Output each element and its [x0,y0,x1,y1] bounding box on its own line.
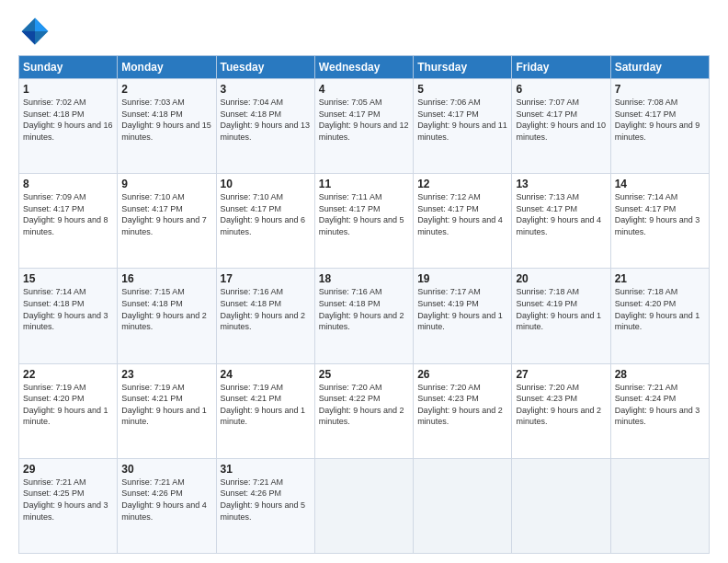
day-cell: 17Sunrise: 7:16 AMSunset: 4:18 PMDayligh… [216,269,314,363]
day-info: Sunrise: 7:13 AMSunset: 4:17 PMDaylight:… [516,192,601,236]
day-cell [512,458,610,553]
day-number: 24 [221,368,311,381]
week-row-5: 29Sunrise: 7:21 AMSunset: 4:25 PMDayligh… [19,458,710,553]
day-number: 26 [417,368,507,381]
col-header-tuesday: Tuesday [216,56,314,79]
day-cell: 16Sunrise: 7:15 AMSunset: 4:18 PMDayligh… [118,269,216,363]
day-cell: 7Sunrise: 7:08 AMSunset: 4:17 PMDaylight… [610,79,709,174]
day-info: Sunrise: 7:21 AMSunset: 4:25 PMDaylight:… [23,477,108,522]
day-cell: 8Sunrise: 7:09 AMSunset: 4:17 PMDaylight… [19,174,118,269]
day-number: 2 [121,83,211,96]
day-info: Sunrise: 7:21 AMSunset: 4:26 PMDaylight:… [121,477,207,522]
day-info: Sunrise: 7:20 AMSunset: 4:23 PMDaylight:… [516,383,601,427]
day-cell: 28Sunrise: 7:21 AMSunset: 4:24 PMDayligh… [610,363,709,458]
day-info: Sunrise: 7:18 AMSunset: 4:20 PMDaylight:… [615,287,700,331]
day-number: 25 [319,368,409,381]
week-row-2: 8Sunrise: 7:09 AMSunset: 4:17 PMDaylight… [19,174,710,269]
day-cell: 1Sunrise: 7:02 AMSunset: 4:18 PMDaylight… [19,79,118,174]
svg-marker-1 [35,18,48,31]
day-cell: 29Sunrise: 7:21 AMSunset: 4:25 PMDayligh… [19,458,118,553]
day-cell [314,458,413,553]
day-info: Sunrise: 7:14 AMSunset: 4:17 PMDaylight:… [615,192,700,236]
day-number: 10 [221,178,311,190]
day-info: Sunrise: 7:21 AMSunset: 4:26 PMDaylight:… [221,477,306,522]
day-info: Sunrise: 7:11 AMSunset: 4:17 PMDaylight:… [319,192,404,236]
day-cell: 27Sunrise: 7:20 AMSunset: 4:23 PMDayligh… [512,363,610,458]
week-row-3: 15Sunrise: 7:14 AMSunset: 4:18 PMDayligh… [19,269,710,363]
day-number: 28 [615,368,705,381]
day-number: 17 [221,272,311,285]
day-info: Sunrise: 7:10 AMSunset: 4:17 PMDaylight:… [121,192,207,236]
day-cell: 4Sunrise: 7:05 AMSunset: 4:17 PMDaylight… [314,79,413,174]
day-number: 13 [516,178,606,190]
day-cell: 23Sunrise: 7:19 AMSunset: 4:21 PMDayligh… [118,363,216,458]
day-info: Sunrise: 7:17 AMSunset: 4:19 PMDaylight:… [417,287,503,331]
day-cell: 21Sunrise: 7:18 AMSunset: 4:20 PMDayligh… [610,269,709,363]
day-cell: 2Sunrise: 7:03 AMSunset: 4:18 PMDaylight… [118,79,216,174]
day-info: Sunrise: 7:15 AMSunset: 4:18 PMDaylight:… [121,287,207,331]
day-info: Sunrise: 7:18 AMSunset: 4:19 PMDaylight:… [516,287,601,331]
day-info: Sunrise: 7:06 AMSunset: 4:17 PMDaylight:… [417,98,507,142]
day-info: Sunrise: 7:09 AMSunset: 4:17 PMDaylight:… [23,192,108,236]
col-header-monday: Monday [118,56,216,79]
day-cell: 12Sunrise: 7:12 AMSunset: 4:17 PMDayligh… [414,174,512,269]
day-number: 16 [121,272,211,285]
day-cell: 31Sunrise: 7:21 AMSunset: 4:26 PMDayligh… [216,458,314,553]
day-number: 4 [319,83,409,96]
day-number: 19 [417,272,507,285]
day-number: 7 [615,83,705,96]
day-info: Sunrise: 7:07 AMSunset: 4:17 PMDaylight:… [516,98,606,142]
day-cell: 3Sunrise: 7:04 AMSunset: 4:18 PMDaylight… [216,79,314,174]
logo-icon [18,15,51,48]
col-header-sunday: Sunday [19,56,118,79]
day-info: Sunrise: 7:02 AMSunset: 4:18 PMDaylight:… [23,98,113,142]
day-number: 21 [615,272,705,285]
day-number: 12 [417,178,507,190]
svg-marker-2 [22,31,35,44]
day-number: 27 [516,368,606,381]
day-info: Sunrise: 7:04 AMSunset: 4:18 PMDaylight:… [221,98,311,142]
day-number: 22 [23,368,113,381]
day-cell: 9Sunrise: 7:10 AMSunset: 4:17 PMDaylight… [118,174,216,269]
day-number: 9 [121,178,211,190]
day-info: Sunrise: 7:10 AMSunset: 4:17 PMDaylight:… [221,192,306,236]
day-cell: 20Sunrise: 7:18 AMSunset: 4:19 PMDayligh… [512,269,610,363]
logo [18,15,55,48]
col-header-wednesday: Wednesday [314,56,413,79]
header-row: SundayMondayTuesdayWednesdayThursdayFrid… [19,56,710,79]
day-info: Sunrise: 7:03 AMSunset: 4:18 PMDaylight:… [121,98,211,142]
day-cell [610,458,709,553]
day-info: Sunrise: 7:21 AMSunset: 4:24 PMDaylight:… [615,383,700,427]
day-number: 15 [23,272,113,285]
day-number: 1 [23,83,113,96]
day-cell: 19Sunrise: 7:17 AMSunset: 4:19 PMDayligh… [414,269,512,363]
day-cell: 14Sunrise: 7:14 AMSunset: 4:17 PMDayligh… [610,174,709,269]
page: SundayMondayTuesdayWednesdayThursdayFrid… [0,0,728,563]
day-cell: 18Sunrise: 7:16 AMSunset: 4:18 PMDayligh… [314,269,413,363]
day-cell: 11Sunrise: 7:11 AMSunset: 4:17 PMDayligh… [314,174,413,269]
day-cell: 10Sunrise: 7:10 AMSunset: 4:17 PMDayligh… [216,174,314,269]
day-number: 11 [319,178,409,190]
day-number: 6 [516,83,606,96]
day-number: 18 [319,272,409,285]
day-cell: 5Sunrise: 7:06 AMSunset: 4:17 PMDaylight… [414,79,512,174]
day-cell: 30Sunrise: 7:21 AMSunset: 4:26 PMDayligh… [118,458,216,553]
day-info: Sunrise: 7:14 AMSunset: 4:18 PMDaylight:… [23,287,108,331]
day-info: Sunrise: 7:19 AMSunset: 4:21 PMDaylight:… [121,383,207,427]
day-number: 3 [221,83,311,96]
day-number: 20 [516,272,606,285]
day-cell: 15Sunrise: 7:14 AMSunset: 4:18 PMDayligh… [19,269,118,363]
day-info: Sunrise: 7:19 AMSunset: 4:20 PMDaylight:… [23,383,108,427]
week-row-4: 22Sunrise: 7:19 AMSunset: 4:20 PMDayligh… [19,363,710,458]
day-info: Sunrise: 7:16 AMSunset: 4:18 PMDaylight:… [319,287,404,331]
day-info: Sunrise: 7:20 AMSunset: 4:23 PMDaylight:… [417,383,503,427]
day-info: Sunrise: 7:16 AMSunset: 4:18 PMDaylight:… [221,287,306,331]
day-number: 14 [615,178,705,190]
day-cell: 25Sunrise: 7:20 AMSunset: 4:22 PMDayligh… [314,363,413,458]
day-cell: 24Sunrise: 7:19 AMSunset: 4:21 PMDayligh… [216,363,314,458]
day-number: 31 [221,463,311,476]
day-info: Sunrise: 7:20 AMSunset: 4:22 PMDaylight:… [319,383,404,427]
day-cell: 22Sunrise: 7:19 AMSunset: 4:20 PMDayligh… [19,363,118,458]
day-info: Sunrise: 7:19 AMSunset: 4:21 PMDaylight:… [221,383,306,427]
day-number: 30 [121,463,211,476]
